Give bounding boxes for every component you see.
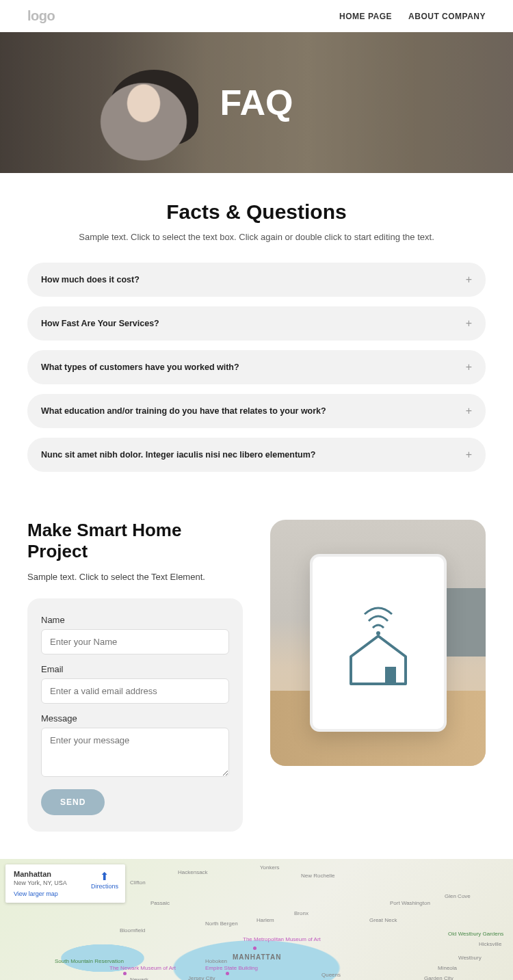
map-label: Westbury — [458, 955, 482, 961]
plus-icon: + — [466, 361, 472, 373]
plus-icon: + — [466, 405, 472, 417]
header: logo HOME PAGE ABOUT COMPANY — [0, 0, 513, 32]
map-label: Bloomfield — [120, 927, 145, 933]
map-label: Yonkers — [260, 864, 280, 871]
contact-form: Name Email Message SEND — [27, 598, 243, 832]
email-label: Email — [41, 664, 229, 674]
map-poi: Old Westbury Gardens — [448, 931, 503, 937]
contact-subtext: Sample text. Click to select the Text El… — [27, 572, 243, 582]
message-label: Message — [41, 713, 229, 724]
contact-left: Make Smart Home Project Sample text. Cli… — [27, 520, 243, 832]
map-label: Passaic — [150, 900, 170, 906]
accordion-item[interactable]: What types of customers have you worked … — [27, 350, 486, 384]
map-label: Harlem — [256, 917, 274, 923]
map-poi: Empire State Building — [205, 965, 258, 971]
map-label: Glen Cove — [445, 893, 471, 899]
map-info-card: Manhattan New York, NY, USA View larger … — [5, 864, 125, 903]
hero-title: FAQ — [220, 82, 293, 123]
accordion-item[interactable]: Nunc sit amet nibh dolor. Integer iaculi… — [27, 438, 486, 472]
svg-rect-1 — [385, 667, 396, 684]
contact-right — [270, 520, 486, 766]
message-input[interactable] — [41, 728, 229, 777]
directions-icon: ⬆ — [91, 870, 118, 883]
plus-icon: + — [466, 317, 472, 330]
map-poi: The Metropolitan Museum of Art — [243, 936, 321, 942]
faq-section: Facts & Questions Sample text. Click to … — [0, 173, 513, 499]
contact-section: Make Smart Home Project Sample text. Cli… — [0, 499, 513, 859]
directions-label: Directions — [91, 883, 118, 890]
map-label: New Rochelle — [301, 873, 334, 879]
hero-decoration — [68, 66, 219, 173]
logo[interactable]: logo — [27, 8, 55, 24]
smart-home-icon — [337, 595, 419, 691]
faq-heading: Facts & Questions — [27, 200, 486, 224]
plus-icon: + — [466, 274, 472, 286]
map-dot-icon — [253, 946, 256, 950]
map-poi: The Newark Museum of Art — [109, 965, 176, 971]
map-label: Newark — [130, 977, 148, 980]
map-dot-icon — [123, 972, 127, 975]
directions-button[interactable]: ⬆ Directions — [91, 870, 118, 890]
accordion-question: Nunc sit amet nibh dolor. Integer iaculi… — [41, 450, 315, 460]
accordion-question: What education and/or training do you ha… — [41, 406, 326, 416]
faq-header: Facts & Questions Sample text. Click to … — [27, 200, 486, 242]
map-dot-icon — [226, 972, 229, 975]
map-label: Bronx — [294, 910, 308, 916]
accordion-item[interactable]: How Fast Are Your Services? + — [27, 306, 486, 341]
map-label: Garden City — [424, 975, 453, 980]
name-label: Name — [41, 615, 229, 625]
accordion-item[interactable]: What education and/or training do you ha… — [27, 394, 486, 428]
accordion-item[interactable]: How much does it cost? + — [27, 263, 486, 297]
hero-banner: FAQ — [0, 32, 513, 173]
map-label: Mineola — [438, 965, 457, 971]
tablet-icon — [310, 554, 447, 732]
map-label: Great Neck — [369, 917, 397, 923]
accordion-question: How much does it cost? — [41, 275, 140, 284]
map-label-manhattan: MANHATTAN — [233, 953, 281, 961]
map-label: Clifton — [130, 879, 146, 886]
map-label: Port Washington — [390, 900, 430, 906]
map-label: North Bergen — [205, 921, 238, 927]
map-poi: South Mountain Reservation — [55, 958, 124, 964]
nav: HOME PAGE ABOUT COMPANY — [339, 12, 486, 21]
email-input[interactable] — [41, 678, 229, 704]
accordion-question: What types of customers have you worked … — [41, 362, 239, 372]
smart-home-image — [270, 520, 486, 766]
contact-heading: Make Smart Home Project — [27, 520, 243, 562]
map-label: Hoboken — [205, 958, 227, 964]
view-larger-map-link[interactable]: View larger map — [14, 890, 117, 897]
name-input[interactable] — [41, 629, 229, 654]
faq-subtext: Sample text. Click to select the text bo… — [27, 232, 486, 242]
nav-home[interactable]: HOME PAGE — [339, 12, 392, 21]
send-button[interactable]: SEND — [41, 789, 105, 815]
map-label: Jersey City — [188, 975, 215, 980]
nav-about[interactable]: ABOUT COMPANY — [408, 12, 486, 21]
map[interactable]: Paterson Clifton Hackensack Passaic Bloo… — [0, 859, 513, 980]
map-label: Hackensack — [178, 869, 208, 875]
accordion-question: How Fast Are Your Services? — [41, 319, 159, 328]
map-label: Queens — [321, 972, 341, 978]
plus-icon: + — [466, 449, 472, 461]
map-label: Hicksville — [479, 941, 501, 947]
accordion: How much does it cost? + How Fast Are Yo… — [27, 263, 486, 472]
